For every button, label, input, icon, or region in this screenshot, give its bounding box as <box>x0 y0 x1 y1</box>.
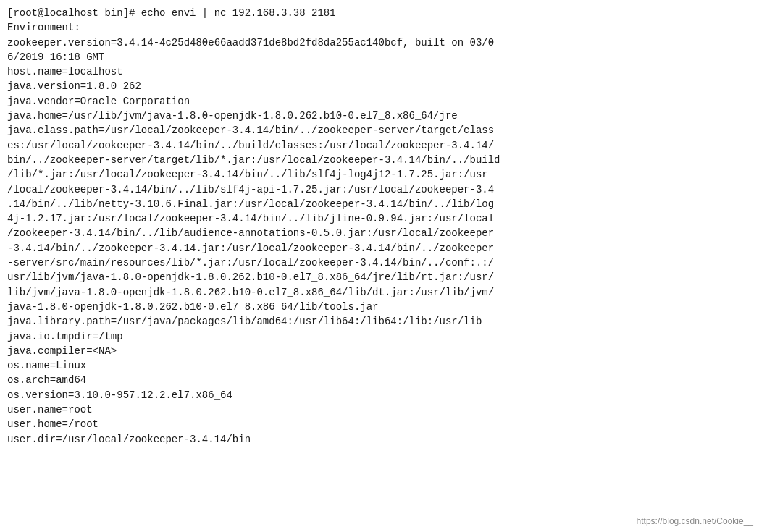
terminal-line: java.compiler=<NA> <box>7 344 752 358</box>
terminal-line: es:/usr/local/zookeeper-3.4.14/bin/../bu… <box>7 138 752 153</box>
terminal-line: java-1.8.0-openjdk-1.8.0.262.b10-0.el7_8… <box>7 300 752 314</box>
terminal-line: user.home=/root <box>7 417 752 431</box>
terminal-line: java.library.path=/usr/java/packages/lib… <box>7 314 752 329</box>
terminal-line: zookeeper.version=3.4.14-4c25d480e66aadd… <box>7 35 752 50</box>
terminal-line: /local/zookeeper-3.4.14/bin/../lib/slf4j… <box>7 182 752 197</box>
terminal-line: java.vendor=Oracle Corporation <box>7 94 752 109</box>
terminal-line: user.name=root <box>7 402 752 417</box>
terminal-line: java.class.path=/usr/local/zookeeper-3.4… <box>7 123 752 138</box>
terminal-line: usr/lib/jvm/java-1.8.0-openjdk-1.8.0.262… <box>7 270 752 284</box>
terminal-line: java.home=/usr/lib/jvm/java-1.8.0-openjd… <box>7 109 752 123</box>
terminal-line: bin/../zookeeper-server/target/lib/*.jar… <box>7 153 752 167</box>
terminal-line: /lib/*.jar:/usr/local/zookeeper-3.4.14/b… <box>7 167 752 182</box>
terminal-line: java.io.tmpdir=/tmp <box>7 329 752 344</box>
terminal-line: /zookeeper-3.4.14/bin/../lib/audience-an… <box>7 226 752 240</box>
terminal-line: 6/2019 16:18 GMT <box>7 50 752 64</box>
terminal-line: -server/src/main/resources/lib/*.jar:/us… <box>7 256 752 270</box>
terminal-line: java.version=1.8.0_262 <box>7 79 752 93</box>
terminal-line: os.arch=amd64 <box>7 373 752 387</box>
terminal-line: .14/bin/../lib/netty-3.10.6.Final.jar:/u… <box>7 197 752 211</box>
terminal-line: [root@localhost bin]# echo envi | nc 192… <box>7 6 752 20</box>
terminal-line: lib/jvm/java-1.8.0-openjdk-1.8.0.262.b10… <box>7 285 752 300</box>
terminal-line: user.dir=/usr/local/zookeeper-3.4.14/bin <box>7 432 752 447</box>
watermark: https://blog.csdn.net/Cookie__ <box>637 516 753 526</box>
terminal-container: [root@localhost bin]# echo envi | nc 192… <box>0 0 759 532</box>
terminal-line: -3.4.14/bin/../zookeeper-3.4.14.jar:/usr… <box>7 241 752 256</box>
terminal-line: host.name=localhost <box>7 64 752 79</box>
terminal-line: 4j-1.2.17.jar:/usr/local/zookeeper-3.4.1… <box>7 211 752 226</box>
terminal-line: Environment: <box>7 20 752 35</box>
terminal-line: os.version=3.10.0-957.12.2.el7.x86_64 <box>7 388 752 402</box>
terminal-output: [root@localhost bin]# echo envi | nc 192… <box>7 6 752 447</box>
terminal-line: os.name=Linux <box>7 358 752 373</box>
